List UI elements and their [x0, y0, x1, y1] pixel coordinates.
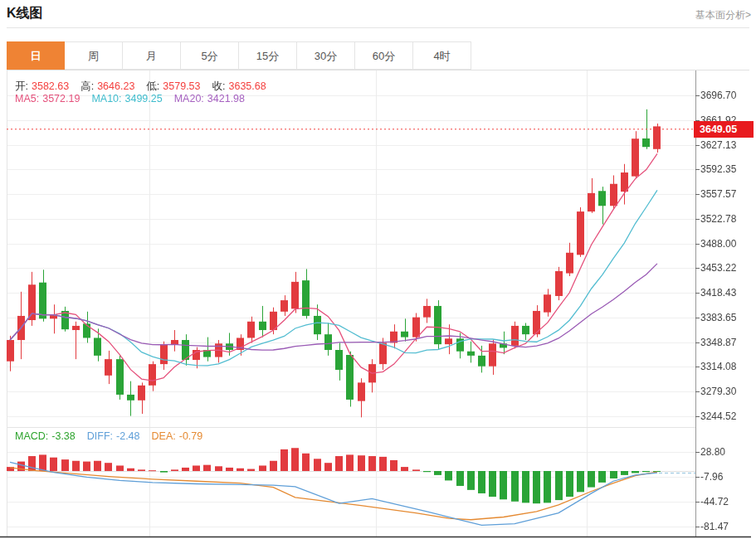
- price-tick: 3627.13: [700, 139, 736, 151]
- readout-value: 3421.98: [207, 93, 245, 104]
- macd-tick: -81.47: [700, 521, 729, 532]
- price-tick: 3592.35: [700, 163, 736, 175]
- macd-tick: -44.72: [700, 496, 729, 507]
- price-tick: 3522.78: [700, 213, 736, 225]
- readout-label: MACD:: [15, 430, 48, 442]
- readout-value: 3582.63: [32, 80, 69, 92]
- price-tick: 3314.08: [700, 361, 736, 372]
- price-tick: 3696.70: [700, 90, 736, 101]
- readout-label: DEA:: [152, 430, 176, 442]
- readout-label: 高:: [80, 80, 94, 92]
- price-tick: 3279.30: [700, 386, 736, 397]
- readout-value: 3579.53: [163, 80, 200, 92]
- price-tick: 3488.00: [700, 238, 736, 250]
- price-tick: 3418.43: [700, 287, 736, 299]
- readout-label: 低:: [146, 80, 159, 92]
- price-tick: 3453.22: [700, 262, 736, 274]
- price-tick: 3348.87: [700, 337, 736, 348]
- macd-tick: 28.80: [700, 446, 725, 458]
- readout-label: MA20:: [174, 93, 204, 104]
- readout-label: MA10:: [91, 93, 121, 104]
- readout-value: 3646.23: [97, 80, 134, 92]
- ma-readout: MA5:3572.19MA10:3499.25MA20:3421.98: [15, 93, 256, 104]
- readout-value: -2.48: [116, 430, 140, 442]
- readout-value: 3572.19: [42, 93, 80, 104]
- price-tick: 3557.57: [700, 188, 736, 200]
- kline-widget: K线图 基本面分析> 日周月5分15分30分60分4时 开:3582.63高:3…: [0, 0, 756, 539]
- macd-tick: -7.96: [700, 471, 723, 483]
- price-tick: 3383.65: [700, 312, 736, 323]
- readout-value: 3635.68: [229, 80, 266, 92]
- readout-value: -3.38: [51, 430, 76, 442]
- readout-label: 收:: [212, 80, 226, 92]
- readout-value: 3499.25: [125, 93, 163, 104]
- macd-readout: MACD:-3.38DIFF:-2.48DEA:-0.79: [15, 430, 214, 442]
- readout-label: MA5:: [15, 93, 39, 104]
- price-tick: 3244.52: [700, 410, 736, 422]
- ohlc-readout: 开:3582.63高:3646.23低:3579.53收:3635.68: [15, 80, 278, 94]
- readout-label: 开:: [15, 80, 28, 92]
- readout-label: DIFF:: [87, 430, 113, 442]
- readout-value: -0.79: [179, 430, 203, 442]
- last-price-tag: 3649.05: [694, 121, 754, 138]
